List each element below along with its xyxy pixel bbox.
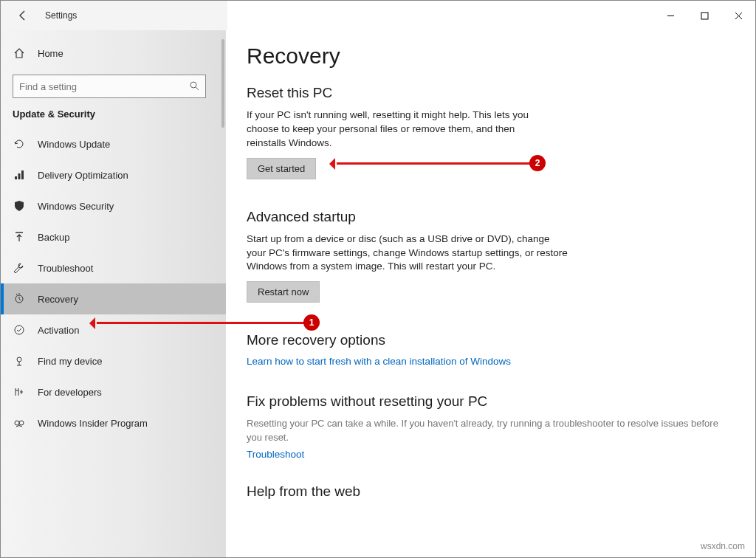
recovery-icon — [13, 292, 26, 306]
dev-icon — [13, 385, 26, 399]
annotation-arrow-1 — [97, 322, 305, 324]
svg-rect-3 — [18, 173, 21, 179]
get-started-button[interactable]: Get started — [247, 158, 316, 179]
svg-point-6 — [15, 326, 24, 334]
sidebar-item-label: Delivery Optimization — [38, 170, 128, 181]
sidebar-scrollbar[interactable] — [221, 39, 224, 128]
sidebar-item-insider[interactable]: Windows Insider Program — [1, 407, 226, 438]
advanced-body: Start up from a device or disc (such as … — [247, 232, 571, 275]
home-nav[interactable]: Home — [1, 38, 226, 69]
sidebar-item-windows-security[interactable]: Windows Security — [1, 190, 226, 221]
restart-now-button[interactable]: Restart now — [247, 281, 320, 303]
category-label: Update & Security — [1, 106, 226, 128]
annotation-badge-2: 2 — [529, 155, 546, 171]
watermark: wsxdn.com — [701, 541, 745, 551]
titlebar: Settings — [1, 1, 755, 30]
fix-heading: Fix problems without resetting your PC — [247, 393, 735, 410]
back-button[interactable] — [13, 5, 33, 26]
wrench-icon — [13, 261, 26, 275]
sidebar-item-windows-update[interactable]: Windows Update — [1, 128, 226, 159]
sidebar-item-label: Windows Security — [38, 201, 114, 212]
advanced-heading: Advanced startup — [247, 209, 735, 225]
svg-point-9 — [19, 421, 24, 425]
sidebar-item-delivery-optimization[interactable]: Delivery Optimization — [1, 159, 226, 190]
sidebar-item-label: Activation — [38, 325, 79, 336]
sidebar-item-find-my-device[interactable]: Find my device — [1, 345, 226, 376]
window-controls — [653, 1, 755, 30]
sidebar-item-troubleshoot[interactable]: Troubleshoot — [1, 252, 226, 283]
window-title: Settings — [45, 10, 77, 21]
svg-point-7 — [17, 357, 21, 362]
location-icon — [13, 354, 26, 368]
sidebar-item-recovery[interactable]: Recovery — [1, 283, 226, 314]
minimize-button[interactable] — [653, 1, 687, 30]
backup-icon — [13, 230, 26, 244]
svg-point-1 — [190, 82, 196, 88]
close-button[interactable] — [721, 1, 755, 30]
fix-body: Resetting your PC can take a while. If y… — [247, 417, 719, 444]
shield-icon — [13, 199, 26, 213]
content-area: Recovery Reset this PC If your PC isn't … — [226, 30, 755, 557]
home-label: Home — [38, 48, 63, 59]
search-input[interactable] — [19, 81, 189, 92]
web-heading: Help from the web — [247, 483, 735, 500]
home-icon — [13, 46, 26, 60]
page-title: Recovery — [247, 44, 735, 69]
more-heading: More recovery options — [247, 332, 735, 348]
annotation-badge-1: 1 — [303, 314, 320, 331]
annotation-arrow-2 — [337, 162, 530, 165]
search-box[interactable] — [13, 75, 206, 98]
sidebar-item-label: Recovery — [38, 294, 78, 305]
svg-rect-0 — [701, 13, 708, 19]
sidebar-item-activation[interactable]: Activation — [1, 314, 226, 345]
maximize-button[interactable] — [687, 1, 721, 30]
sidebar-item-label: Backup — [38, 232, 69, 243]
sidebar-item-label: Troubleshoot — [38, 263, 93, 274]
search-wrap — [1, 69, 226, 106]
reset-body: If your PC isn't running well, resetting… — [247, 108, 557, 151]
search-icon — [189, 80, 199, 93]
check-icon — [13, 323, 26, 337]
optimization-icon — [13, 168, 26, 182]
refresh-icon — [13, 137, 26, 151]
svg-rect-2 — [15, 176, 17, 179]
sidebar-item-label: Find my device — [38, 356, 102, 367]
reset-heading: Reset this PC — [247, 85, 735, 101]
svg-point-8 — [15, 421, 19, 425]
arrow-left-icon — [17, 10, 29, 21]
fresh-start-link[interactable]: Learn how to start fresh with a clean in… — [247, 356, 511, 367]
main-layout: Home Update & Security Windows Update De… — [1, 30, 755, 557]
svg-rect-4 — [21, 170, 24, 179]
sidebar-item-backup[interactable]: Backup — [1, 221, 226, 252]
sidebar-item-label: Windows Insider Program — [38, 418, 148, 429]
insider-icon — [13, 416, 26, 430]
sidebar-item-for-developers[interactable]: For developers — [1, 376, 226, 407]
sidebar: Home Update & Security Windows Update De… — [1, 30, 226, 557]
sidebar-item-label: Windows Update — [38, 139, 110, 150]
sidebar-item-label: For developers — [38, 387, 102, 398]
troubleshoot-link[interactable]: Troubleshoot — [247, 449, 304, 460]
